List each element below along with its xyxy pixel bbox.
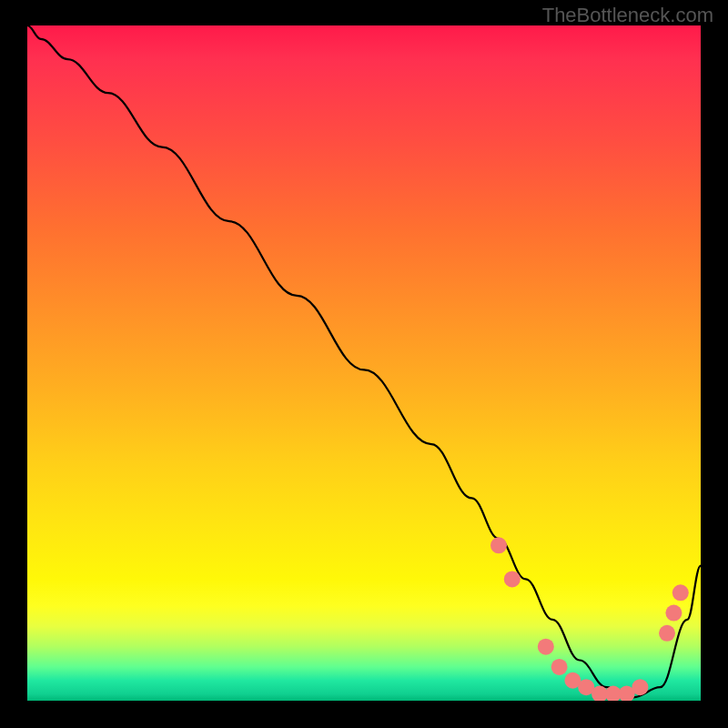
curve-markers [490, 537, 689, 701]
chart-svg [27, 25, 701, 701]
curve-marker [504, 571, 521, 587]
curve-marker [665, 605, 682, 622]
curve-marker [538, 639, 554, 655]
curve-marker [659, 625, 675, 642]
bottleneck-curve-line [27, 25, 701, 697]
curve-marker [632, 679, 648, 695]
curve-marker [672, 584, 689, 601]
curve-marker [490, 537, 507, 553]
watermark-text: TheBottleneck.com [542, 4, 713, 27]
curve-marker [551, 659, 568, 675]
chart-plot-area [27, 25, 701, 701]
